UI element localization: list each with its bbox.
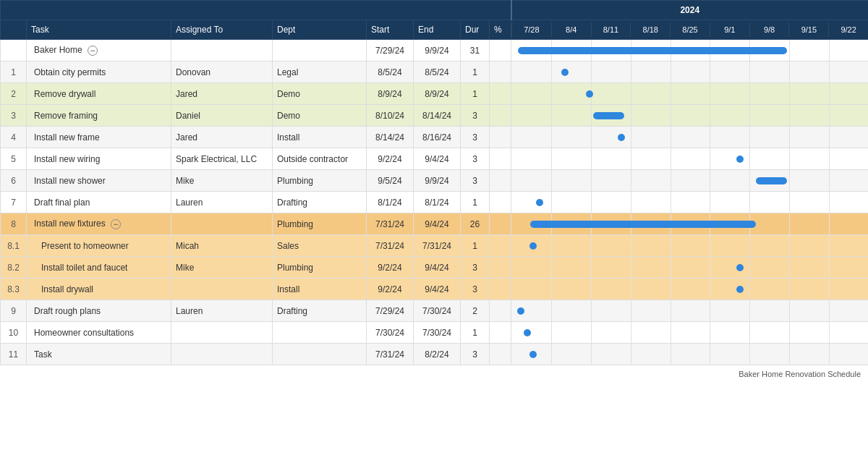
gantt-milestone	[618, 134, 625, 141]
row-task: Present to homeowner	[27, 235, 171, 257]
row-pct	[490, 344, 511, 365]
row-gantt	[511, 213, 869, 235]
row-num: 7	[1, 192, 27, 213]
row-task: Obtain city permits	[27, 61, 171, 83]
row-assigned: Daniel	[171, 105, 273, 127]
row-dur: 3	[461, 148, 490, 170]
table-row: 10Homeowner consultations7/30/247/30/241	[1, 322, 869, 344]
gantt-table: 2024 Task Assigned To Dept Start End Dur…	[0, 0, 868, 365]
row-pct	[490, 61, 511, 83]
row-num	[1, 40, 27, 61]
row-gantt	[511, 344, 869, 365]
table-row: Baker Home −7/29/249/9/2431	[1, 40, 869, 61]
row-start: 8/1/24	[367, 192, 414, 213]
header-year-row: 2024	[1, 1, 869, 20]
row-start: 9/5/24	[367, 170, 414, 192]
row-start: 7/31/24	[367, 344, 414, 365]
row-dur: 3	[461, 279, 490, 300]
col-header-gantt: 7/288/48/118/188/259/19/89/159/22	[511, 20, 869, 40]
gantt-date-header: 8/11	[591, 22, 631, 37]
col-header-start: Start	[367, 20, 414, 40]
row-assigned	[171, 279, 273, 300]
row-dur: 2	[461, 300, 490, 322]
row-gantt	[511, 300, 869, 322]
row-num: 8.2	[1, 257, 27, 279]
row-start: 9/2/24	[367, 257, 414, 279]
col-header-dept: Dept	[273, 20, 367, 40]
header-labels-row: Task Assigned To Dept Start End Dur % 7/…	[1, 20, 869, 40]
row-assigned	[171, 344, 273, 365]
row-pct	[490, 257, 511, 279]
row-gantt	[511, 83, 869, 105]
table-row: 5Install new wiringSpark Electrical, LLC…	[1, 148, 869, 170]
table-row: 3Remove framingDanielDemo8/10/248/14/243	[1, 105, 869, 127]
gantt-date-headers: 7/288/48/118/188/259/19/89/159/22	[511, 22, 868, 37]
row-task: Remove drywall	[27, 83, 171, 105]
row-gantt	[511, 61, 869, 83]
gantt-date-header: 9/8	[749, 22, 789, 37]
row-num: 5	[1, 148, 27, 170]
row-num: 11	[1, 344, 27, 365]
row-pct	[490, 105, 511, 127]
table-row: 7Draft final planLaurenDrafting8/1/248/1…	[1, 192, 869, 213]
table-row: 8Install new fixtures −Plumbing7/31/249/…	[1, 213, 869, 235]
row-assigned	[171, 40, 273, 61]
col-header-pct: %	[490, 20, 511, 40]
col-header-dur: Dur	[461, 20, 490, 40]
row-pct	[490, 300, 511, 322]
blank-header	[1, 1, 511, 20]
row-pct	[490, 279, 511, 300]
row-task: Install toilet and faucet	[27, 257, 171, 279]
col-header-end: End	[414, 20, 461, 40]
row-dept: Plumbing	[273, 213, 367, 235]
table-row: 6Install new showerMikePlumbing9/5/249/9…	[1, 170, 869, 192]
row-dur: 3	[461, 344, 490, 365]
row-num: 4	[1, 127, 27, 148]
row-start: 8/14/24	[367, 127, 414, 148]
row-assigned: Mike	[171, 170, 273, 192]
row-dur: 31	[461, 40, 490, 61]
row-end: 8/14/24	[414, 105, 461, 127]
row-dur: 3	[461, 170, 490, 192]
row-end: 7/30/24	[414, 322, 461, 344]
row-end: 9/9/24	[414, 170, 461, 192]
gantt-date-header: 8/4	[551, 22, 591, 37]
row-dept: Install	[273, 127, 367, 148]
gantt-milestone	[586, 90, 593, 98]
row-dept: Sales	[273, 235, 367, 257]
gantt-milestone	[529, 242, 537, 250]
table-row: 11Task7/31/248/2/243	[1, 344, 869, 365]
row-end: 7/31/24	[414, 235, 461, 257]
row-assigned: Mike	[171, 257, 273, 279]
row-dur: 3	[461, 257, 490, 279]
table-row: 9Draft rough plansLaurenDrafting7/29/247…	[1, 300, 869, 322]
row-num: 6	[1, 170, 27, 192]
gantt-date-header: 7/28	[511, 22, 551, 37]
row-dept	[273, 344, 367, 365]
row-dept: Demo	[273, 83, 367, 105]
table-row: 2Remove drywallJaredDemo8/9/248/9/241	[1, 83, 869, 105]
gantt-date-header: 8/18	[630, 22, 670, 37]
row-dur: 1	[461, 235, 490, 257]
row-task: Homeowner consultations	[27, 322, 171, 344]
gantt-date-header: 9/15	[788, 22, 828, 37]
row-dur: 3	[461, 127, 490, 148]
table-row: 8.2Install toilet and faucetMikePlumbing…	[1, 257, 869, 279]
collapse-icon[interactable]: −	[88, 46, 98, 56]
row-num: 10	[1, 322, 27, 344]
row-pct	[490, 127, 511, 148]
collapse-icon[interactable]: −	[111, 219, 121, 229]
row-gantt	[511, 322, 869, 344]
row-assigned: Micah	[171, 235, 273, 257]
main-container: 2024 Task Assigned To Dept Start End Dur…	[0, 0, 868, 463]
row-end: 9/4/24	[414, 257, 461, 279]
gantt-milestone	[524, 329, 531, 336]
table-row: 1Obtain city permitsDonovanLegal8/5/248/…	[1, 61, 869, 83]
row-gantt	[511, 40, 869, 61]
row-end: 9/9/24	[414, 40, 461, 61]
row-start: 7/31/24	[367, 213, 414, 235]
row-end: 8/1/24	[414, 192, 461, 213]
col-header-task: Task	[27, 20, 171, 40]
row-pct	[490, 192, 511, 213]
row-dept: Plumbing	[273, 170, 367, 192]
